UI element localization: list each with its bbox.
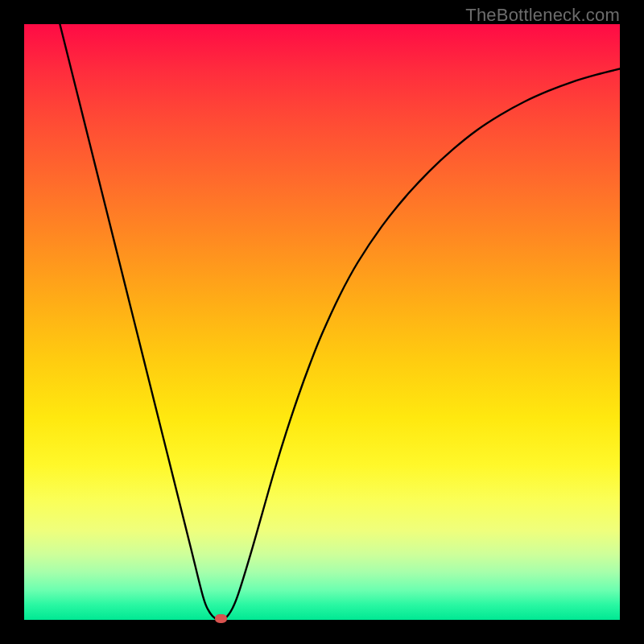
bottleneck-curve — [60, 24, 620, 620]
watermark-text: TheBottleneck.com — [465, 5, 620, 26]
minimum-marker — [215, 614, 227, 623]
curve-svg — [24, 24, 620, 620]
plot-area — [24, 24, 620, 620]
chart-frame: TheBottleneck.com — [0, 0, 644, 644]
